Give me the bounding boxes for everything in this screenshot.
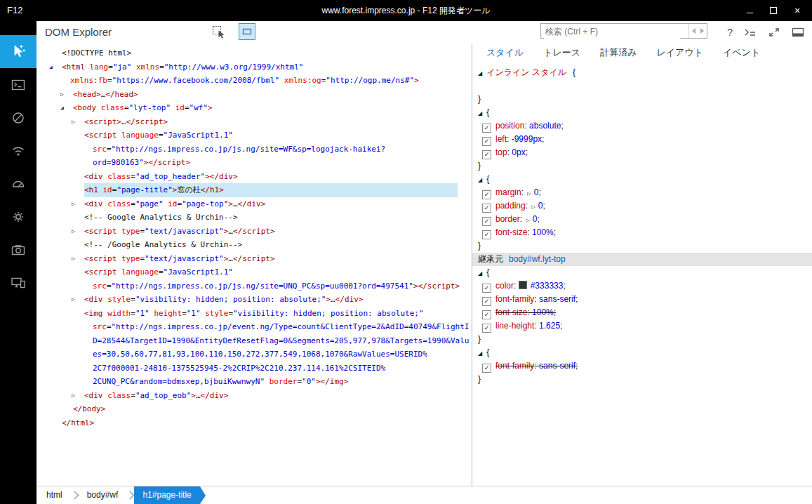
property-value[interactable]: sans-serif <box>539 361 575 371</box>
expand-toggle-icon[interactable]: ▷ <box>72 389 75 403</box>
dom-tree-line[interactable]: <!-- /Google Analytics & Urchin--> <box>36 238 472 252</box>
property-value[interactable]: #333333 <box>531 281 564 291</box>
expand-toggle-icon[interactable]: ▷ <box>72 252 75 266</box>
dom-tree-line[interactable]: src="http://ngs.impress.co.jp/js.ng/site… <box>36 279 472 293</box>
rule-collapse-icon[interactable]: ◢ <box>478 177 482 183</box>
maximize-button[interactable] <box>761 0 785 21</box>
breadcrumb-item-body#wf[interactable]: body#wf <box>79 486 127 504</box>
dom-tree-line[interactable]: <div class="ad_top_header"></div> <box>36 170 472 184</box>
dom-tree-line[interactable]: <img width="1" height="1" style="visibil… <box>36 307 472 321</box>
dom-tree-line[interactable]: ◢<body class="lyt-top" id="wf"> <box>36 101 472 115</box>
dock-bottom-icon[interactable] <box>791 27 805 38</box>
search-input[interactable] <box>544 25 680 39</box>
expand-toggle-icon[interactable]: ▷ <box>72 115 75 129</box>
tool-sidebar <box>0 21 36 504</box>
dom-tree-line[interactable]: xmlns:fb="https://www.facebook.com/2008/… <box>36 74 472 88</box>
dom-tree-line[interactable]: ▷<script type="text/javascript">…</scrip… <box>36 252 472 266</box>
property-value[interactable]: sans-serif <box>539 294 575 304</box>
dom-tree-line[interactable]: <h1 id="page-title">窓の杜</h1> <box>36 183 472 197</box>
tab-計算済み[interactable]: 計算済み <box>590 44 646 62</box>
rule-collapse-icon[interactable]: ◢ <box>478 70 482 77</box>
close-button[interactable]: × <box>785 0 809 21</box>
property-checkbox[interactable]: ✓ <box>482 364 491 373</box>
property-value[interactable]: 100% <box>532 227 554 237</box>
console-panel-icon[interactable] <box>743 27 757 38</box>
dom-tree-line[interactable]: </html> <box>36 416 472 430</box>
tab-イベント[interactable]: イベント <box>713 44 770 62</box>
sidebar-tab-memory[interactable] <box>0 233 36 266</box>
property-value[interactable]: absolute <box>529 121 561 131</box>
dom-tree-line[interactable]: <script language="JavaScript1.1" <box>36 265 472 279</box>
value-expand-icon[interactable]: ▷ <box>526 218 529 223</box>
undock-icon[interactable] <box>768 27 780 38</box>
dom-tree-line[interactable]: </body> <box>36 402 472 416</box>
dom-tree-line[interactable]: D=28544&TargetID=1990&EntityDefResetFlag… <box>36 334 472 348</box>
search-next-button[interactable] <box>700 28 704 34</box>
sidebar-tab-network[interactable] <box>0 134 36 167</box>
dom-tree-line[interactable]: ▷<script>…</script> <box>36 115 472 129</box>
tab-レイアウト[interactable]: レイアウト <box>646 44 713 62</box>
property-checkbox[interactable]: ✓ <box>482 297 491 306</box>
property-checkbox[interactable]: ✓ <box>482 137 491 146</box>
dom-tree-line[interactable]: ord=980163"></script> <box>36 156 472 170</box>
property-checkbox[interactable]: ✓ <box>482 324 491 333</box>
dom-tree-line[interactable]: ▷<script type="text/javascript">…</scrip… <box>36 225 472 239</box>
property-checkbox[interactable]: ✓ <box>482 190 491 199</box>
sidebar-tab-debugger[interactable] <box>0 101 36 134</box>
tab-トレース[interactable]: トレース <box>533 44 590 62</box>
expand-toggle-icon[interactable]: ▷ <box>60 88 64 102</box>
rule-collapse-icon[interactable]: ◢ <box>478 110 482 117</box>
property-checkbox[interactable]: ✓ <box>482 150 491 159</box>
property-checkbox[interactable]: ✓ <box>482 217 491 226</box>
property-checkbox[interactable]: ✓ <box>482 204 491 213</box>
sidebar-tab-emulation[interactable] <box>0 266 36 299</box>
gauge-icon <box>10 175 27 192</box>
sidebar-tab-console[interactable] <box>0 68 36 101</box>
inherited-selector[interactable]: body#wf.lyt-top <box>509 254 566 264</box>
property-value[interactable]: 100% <box>532 307 554 317</box>
breadcrumb-item-h1#page-title[interactable]: h1#page-title <box>134 486 199 504</box>
expand-toggle-icon[interactable]: ▷ <box>72 197 75 211</box>
dom-tree-line[interactable]: ▷<head>…</head> <box>36 88 472 102</box>
expand-toggle-icon[interactable]: ▷ <box>72 293 75 307</box>
style-property-row: ✓top: 0px; <box>472 146 812 159</box>
dom-tree-line[interactable]: 2CUNQ_PC&random=bdmsxep,bjbuiKwwnwyN" bo… <box>36 375 472 389</box>
tab-スタイル[interactable]: スタイル <box>477 44 533 62</box>
search-prev-button[interactable] <box>692 28 695 34</box>
dom-tree-line[interactable]: ▷<div style="visibility: hidden; positio… <box>36 293 472 307</box>
dom-tree-line[interactable]: es=30,50,60,77,81,93,100,110,150,272,377… <box>36 347 472 362</box>
sidebar-tab-profiler[interactable] <box>0 200 36 233</box>
expand-toggle-icon[interactable]: ▷ <box>72 225 75 239</box>
dom-tree-line[interactable]: <!DOCTYPE html> <box>36 46 472 60</box>
dom-tree-line[interactable]: src="http://ngs.impress.co.jp/event.ng/T… <box>36 320 472 334</box>
element-highlight-toggle[interactable] <box>239 23 255 40</box>
dom-tree-line[interactable]: <!-- Google Analytics & Urchin--> <box>36 211 472 225</box>
minimize-button[interactable] <box>738 0 761 21</box>
collapse-toggle-icon[interactable]: ◢ <box>49 60 53 74</box>
property-checkbox[interactable]: ✓ <box>482 124 491 133</box>
breadcrumb-item-html[interactable]: html <box>38 486 71 504</box>
dom-tree-line[interactable]: src="http://ngs.impress.co.jp/js.ng/site… <box>36 142 472 157</box>
collapse-toggle-icon[interactable]: ◢ <box>60 101 64 115</box>
sidebar-tab-ui-responsiveness[interactable] <box>0 167 36 200</box>
help-button[interactable]: ? <box>727 27 733 38</box>
dom-tree-line[interactable]: ▷<div class="page" id="page-top">…</div> <box>36 197 472 211</box>
select-element-button[interactable] <box>211 24 227 41</box>
property-checkbox[interactable]: ✓ <box>482 230 491 239</box>
property-checkbox[interactable]: ✓ <box>482 284 491 293</box>
value-expand-icon[interactable]: ▷ <box>527 191 531 196</box>
dom-tree-line[interactable]: ▷<div class="ad_top_eob">…</div> <box>36 389 472 403</box>
dom-tree-line[interactable]: 2C7f000001-24810-1375525945-2%2CRIP%2C21… <box>36 362 472 376</box>
dom-tree-line[interactable]: ◢<html lang="ja" xmlns="http://www.w3.or… <box>36 60 472 74</box>
devices-icon <box>10 274 27 291</box>
dom-tree-line[interactable]: <script language="JavaScript1.1" <box>36 128 472 142</box>
property-value[interactable]: 1.625 <box>539 321 560 331</box>
sidebar-tab-dom-explorer[interactable] <box>0 35 36 68</box>
value-expand-icon[interactable]: ▷ <box>531 204 535 209</box>
toolbar: DOM Explorer ? <box>36 21 812 44</box>
property-checkbox[interactable]: ✓ <box>482 310 491 319</box>
rule-collapse-icon[interactable]: ◢ <box>478 270 482 277</box>
rule-collapse-icon[interactable]: ◢ <box>478 350 482 357</box>
property-value[interactable]: 0px <box>512 147 525 157</box>
property-value[interactable]: -9999px <box>512 134 542 144</box>
